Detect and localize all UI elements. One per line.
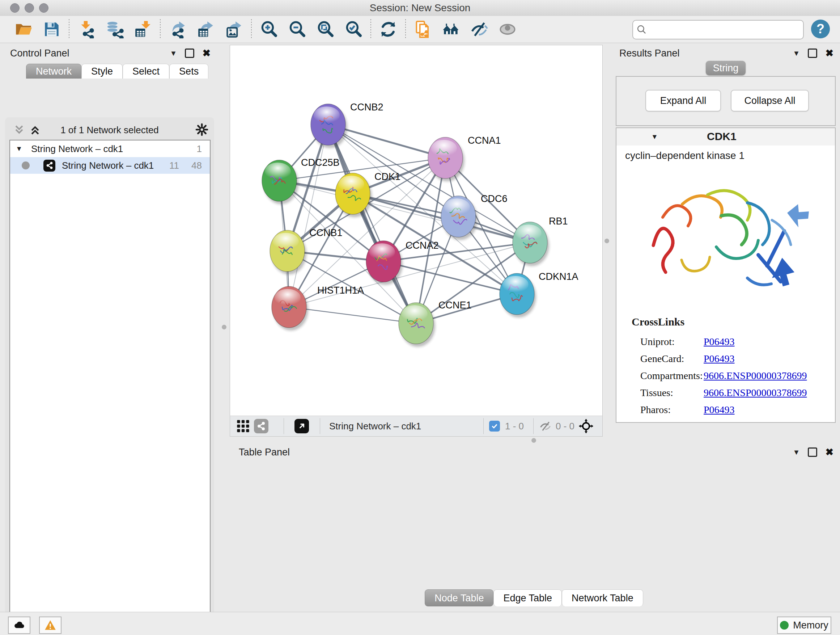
gene-description: cyclin–dependent kinase 1 xyxy=(625,150,745,162)
table-panel-menu-icon[interactable]: ▼ xyxy=(793,448,800,456)
apply-preferred-layout-icon[interactable] xyxy=(374,18,402,41)
node-label-cdkn1a: CDKN1A xyxy=(538,271,578,282)
control-panel-menu-icon[interactable]: ▼ xyxy=(170,49,177,57)
tab-edge-table[interactable]: Edge Table xyxy=(493,589,562,606)
network-node-ccne1[interactable]: CCNE1 xyxy=(399,300,472,347)
export-network-icon[interactable] xyxy=(164,18,192,41)
node-label-hist1h1a: HIST1H1A xyxy=(317,285,364,296)
network-node-ccna2[interactable]: CCNA2 xyxy=(366,240,439,285)
network-edges xyxy=(279,125,530,323)
gene-collapse-icon[interactable]: ▼ xyxy=(651,133,658,141)
hidden-eye-icon xyxy=(539,420,552,432)
zoom-fit-content-icon[interactable] xyxy=(311,18,339,41)
zoom-window-icon[interactable] xyxy=(39,3,49,13)
minimize-window-icon[interactable] xyxy=(25,3,34,13)
collection-expand-icon[interactable]: ▼ xyxy=(10,145,22,153)
table-panel-float-icon[interactable] xyxy=(808,448,817,457)
string-panel-toggle-icon[interactable] xyxy=(254,419,268,433)
collection-name: String Network – cdk1 xyxy=(31,143,123,155)
import-network-file-icon[interactable] xyxy=(73,18,101,41)
crosslink-label: GeneCard: xyxy=(640,353,704,364)
selected-checkbox-icon[interactable] xyxy=(489,421,500,432)
network-name: String Network – cdk1 xyxy=(62,160,154,171)
network-selection-status: 1 of 1 Network selected xyxy=(5,125,214,136)
tab-string[interactable]: String xyxy=(706,61,745,75)
left-splitter-handle[interactable] xyxy=(222,325,226,329)
memory-button[interactable]: Memory xyxy=(777,616,831,634)
results-panel-close-icon[interactable]: ✖ xyxy=(825,50,834,57)
gene-symbol: CDK1 xyxy=(707,130,737,143)
gene-section-header[interactable]: ▼ CDK1 xyxy=(616,128,835,146)
tab-style[interactable]: Style xyxy=(81,64,123,79)
network-node-ccna1[interactable]: CCNA1 xyxy=(428,135,501,181)
right-splitter-handle[interactable] xyxy=(605,239,609,243)
crosslink-link[interactable]: P06493 xyxy=(704,336,735,348)
export-table-icon[interactable] xyxy=(192,18,220,41)
zoom-selected-icon[interactable] xyxy=(339,18,368,41)
main-toolbar: ? xyxy=(0,16,840,43)
control-panel-tabs: Network Style Select Sets xyxy=(26,64,208,79)
tab-node-table[interactable]: Node Table xyxy=(425,589,493,606)
open-in-window-icon[interactable] xyxy=(294,419,309,433)
status-bar: Memory xyxy=(0,612,840,635)
crosslink-row: GeneCard:P06493 xyxy=(640,350,829,367)
zoom-out-icon[interactable] xyxy=(283,18,311,41)
search-box xyxy=(632,20,804,40)
crosslink-link[interactable]: P06493 xyxy=(704,353,735,364)
birdseye-grid-icon[interactable] xyxy=(236,419,250,433)
crosslink-row: Pharos:P06493 xyxy=(640,401,829,418)
collapse-all-button[interactable]: Collapse All xyxy=(731,90,809,111)
node-label-ccna1: CCNA1 xyxy=(468,135,501,146)
open-session-icon[interactable] xyxy=(9,18,38,41)
help-button[interactable]: ? xyxy=(811,19,830,38)
network-panel-body: 1 of 1 Network selected ▼ String Network… xyxy=(5,117,214,635)
import-table-file-icon[interactable] xyxy=(129,18,157,41)
cloud-status-button[interactable] xyxy=(8,616,30,634)
search-icon xyxy=(636,24,647,35)
crosslink-label: Compartments: xyxy=(640,370,704,382)
zoom-in-icon[interactable] xyxy=(255,18,283,41)
network-row[interactable]: String Network – cdk1 11 48 xyxy=(10,157,210,174)
network-node-rb1[interactable]: RB1 xyxy=(513,216,568,266)
network-options-gear-icon[interactable] xyxy=(195,122,209,137)
crosslink-link[interactable]: P06493 xyxy=(704,404,735,416)
crosslink-row: Compartments:9606.ENSP00000378699 xyxy=(640,367,829,384)
control-panel-title: Control Panel xyxy=(10,48,69,59)
crosslinks-list: Uniprot:P06493GeneCard:P06493Compartment… xyxy=(640,333,829,418)
clone-network-icon[interactable] xyxy=(409,18,437,41)
import-network-database-icon[interactable] xyxy=(101,18,129,41)
tab-network-table[interactable]: Network Table xyxy=(562,589,643,606)
gene-section: ▼ CDK1 cyclin–dependent kinase 1 xyxy=(616,127,836,423)
table-panel-title: Table Panel xyxy=(239,447,290,458)
table-panel: Table Panel ▼ ✖ xyxy=(228,445,840,612)
tab-network[interactable]: Network xyxy=(26,64,81,79)
crosslink-label: Uniprot: xyxy=(640,336,704,348)
control-panel-close-icon[interactable]: ✖ xyxy=(202,50,210,57)
export-image-icon[interactable] xyxy=(220,18,248,41)
crosslink-label: Tissues: xyxy=(640,387,704,399)
crosslink-label: Pharos: xyxy=(640,404,704,416)
expand-all-button[interactable]: Expand All xyxy=(645,90,721,111)
results-panel-menu-icon[interactable]: ▼ xyxy=(793,49,800,57)
tab-select[interactable]: Select xyxy=(123,64,169,79)
close-window-icon[interactable] xyxy=(10,3,19,13)
warning-status-button[interactable] xyxy=(39,616,62,634)
network-node-hist1h1a[interactable]: HIST1H1A xyxy=(272,285,364,331)
network-collection-row[interactable]: ▼ String Network – cdk1 1 xyxy=(10,141,210,157)
save-session-icon[interactable] xyxy=(38,18,66,41)
search-input[interactable] xyxy=(651,22,803,37)
results-panel-title: Results Panel xyxy=(619,48,680,59)
control-panel-float-icon[interactable] xyxy=(185,49,194,58)
bottom-splitter-handle[interactable] xyxy=(531,438,536,443)
table-panel-close-icon[interactable]: ✖ xyxy=(825,448,834,456)
crosslink-link[interactable]: 9606.ENSP00000378699 xyxy=(704,370,807,382)
crosslink-link[interactable]: 9606.ENSP00000378699 xyxy=(704,387,807,399)
pan-crosshair-icon[interactable] xyxy=(578,418,594,434)
tab-sets[interactable]: Sets xyxy=(169,64,208,79)
style-houses-icon[interactable] xyxy=(437,18,465,41)
results-panel-float-icon[interactable] xyxy=(808,49,817,58)
network-node-cdkn1a[interactable]: CDKN1A xyxy=(500,271,578,318)
network-view-canvas[interactable]: CCNB2CCNA1CDC25BCDK1CDC6RB1CCNB1CCNA2CDK… xyxy=(230,45,603,416)
hide-selected-icon[interactable] xyxy=(465,18,493,41)
crosslinks-title: CrossLinks xyxy=(632,316,684,328)
